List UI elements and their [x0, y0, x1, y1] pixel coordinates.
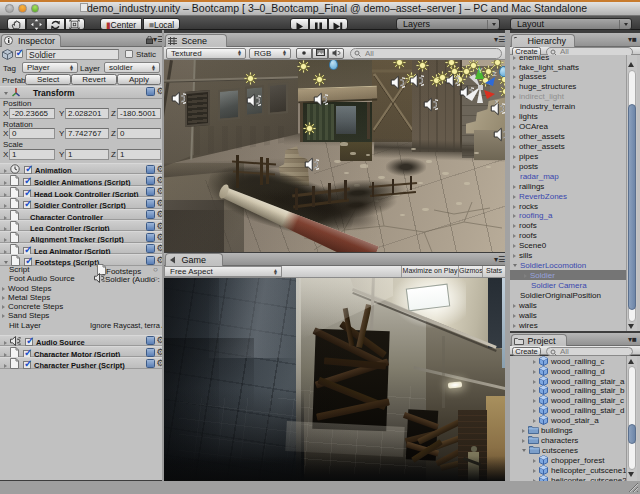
svg-text:Y: Y — [478, 67, 483, 74]
svg-text:X: X — [495, 99, 499, 105]
svg-text:Z: Z — [493, 71, 497, 77]
